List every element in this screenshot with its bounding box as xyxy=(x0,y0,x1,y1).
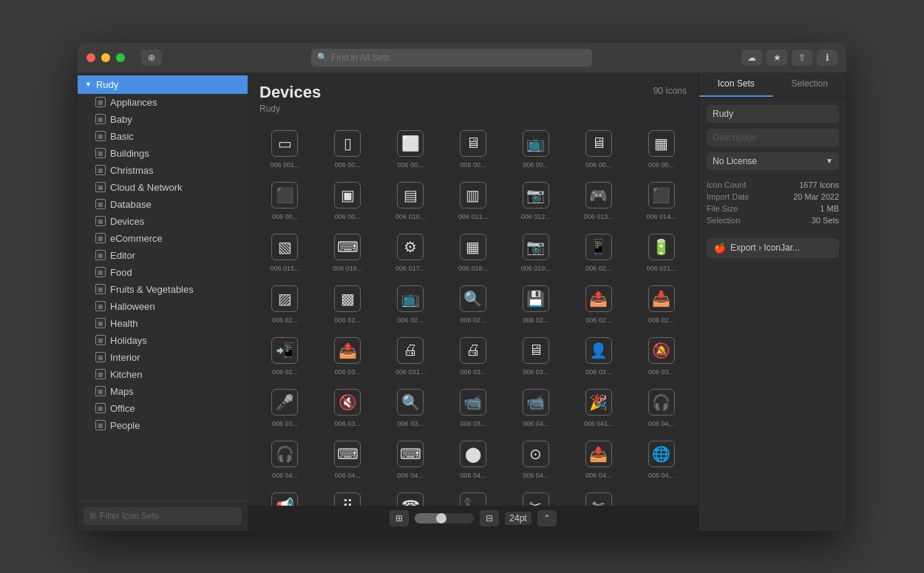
icon-cell[interactable]: 📷 006 012... xyxy=(506,176,565,225)
favorites-button[interactable]: ★ xyxy=(767,50,787,66)
icon-cell[interactable]: 📲 006 02... xyxy=(255,331,315,380)
grid-small-button[interactable]: ⊞ xyxy=(390,510,409,526)
filter-icon-sets[interactable]: ⊞ Filter Icon Sets xyxy=(84,507,242,525)
search-input[interactable] xyxy=(331,52,586,63)
icon-cell[interactable]: ▦ 006 018... xyxy=(444,228,503,277)
icon-cell[interactable]: 📤 006 02... xyxy=(568,279,628,328)
icon-cell[interactable]: ▩ 006 02... xyxy=(318,279,378,328)
sidebar-item-kitchen[interactable]: ▦Kitchen xyxy=(78,366,248,383)
icon-cell[interactable]: 🖥 006 00... xyxy=(568,124,628,173)
tab-selection[interactable]: Selection xyxy=(773,72,847,97)
sidebar-item-label: Devices xyxy=(110,216,144,227)
icon-cell[interactable]: 📞 006 04... xyxy=(444,486,503,506)
icon-cell[interactable]: ⌨ 006 04... xyxy=(381,435,441,484)
search-bar[interactable]: 🔍 xyxy=(311,49,592,67)
sidebar-root-rudy[interactable]: ▼ Rudy xyxy=(78,75,248,94)
grid-large-button[interactable]: ⊟ xyxy=(480,510,499,526)
icon-cell[interactable]: 🎧 006 04... xyxy=(631,383,691,432)
set-description-field[interactable]: Description xyxy=(707,129,839,146)
sidebar-item-devices[interactable]: ▦Devices xyxy=(78,213,248,230)
license-select[interactable]: No License ▼ xyxy=(707,152,839,170)
icon-cell[interactable]: ▤ 006 010... xyxy=(381,176,441,225)
icon-cell[interactable]: 📱 006 02... xyxy=(568,228,628,277)
icon-cell[interactable]: 📢 006 04... xyxy=(255,486,315,506)
icon-cell[interactable]: 🔇 006 03... xyxy=(318,383,378,432)
sidebar-item-office[interactable]: ▦Office xyxy=(78,400,248,417)
icon-cell[interactable]: 👤 006 03... xyxy=(568,331,628,380)
minimize-button[interactable] xyxy=(101,53,110,62)
export-title-button[interactable]: ⇧ xyxy=(792,50,812,66)
size-slider[interactable] xyxy=(415,513,474,523)
icon-cell[interactable]: 🌐 006 04... xyxy=(631,435,691,484)
icon-cell[interactable]: 💾 006 02... xyxy=(506,279,565,328)
icon-cell[interactable]: ☎ 006 04... xyxy=(381,486,441,506)
icon-cell[interactable]: 🎉 006 041... xyxy=(568,383,628,432)
sidebar-item-database[interactable]: ▦Database xyxy=(78,196,248,213)
icon-cell[interactable]: 📹 006 04... xyxy=(506,383,565,432)
icon-cell[interactable]: 🔕 006 03... xyxy=(631,331,691,380)
add-set-button[interactable]: ⊕ xyxy=(141,50,162,66)
icon-cell[interactable]: ▥ 006 011... xyxy=(444,176,503,225)
icon-cell[interactable]: 🎮 006 013... xyxy=(568,176,628,225)
sidebar-item-halloween[interactable]: ▦Halloween xyxy=(78,298,248,315)
icon-cell[interactable]: ⬤ 006 04... xyxy=(444,435,503,484)
icon-cell[interactable]: ▭ 006 001... xyxy=(255,124,315,173)
sidebar-item-christmas[interactable]: ▦Christmas xyxy=(78,162,248,179)
info-button[interactable]: ℹ xyxy=(817,50,838,66)
sidebar-item-health[interactable]: ▦Health xyxy=(78,315,248,332)
icon-cell[interactable]: ▣ 006 00... xyxy=(318,176,378,225)
set-name-field[interactable]: Rudy xyxy=(707,105,839,123)
icon-cell[interactable]: 📹 006 03... xyxy=(444,383,503,432)
sidebar-item-ecommerce[interactable]: ▦eCommerce xyxy=(78,230,248,247)
sidebar-item-appliances[interactable]: ▦Appliances xyxy=(78,94,248,111)
icon-cell[interactable]: ⊙ 006 04... xyxy=(506,435,565,484)
icon-cell[interactable]: ⚙ 006 017... xyxy=(381,228,441,277)
cloud-icon-button[interactable]: ☁ xyxy=(741,50,762,66)
icon-cell[interactable]: ⌨ 006 04... xyxy=(318,435,378,484)
icon-cell[interactable]: ✄ 006 04... xyxy=(568,486,628,506)
icon-cell[interactable]: 🎧 006 04... xyxy=(255,435,315,484)
icon-cell[interactable]: 🔍 006 02... xyxy=(444,279,503,328)
size-stepper[interactable]: ⌃ xyxy=(537,510,557,526)
maximize-button[interactable] xyxy=(116,53,125,62)
icon-cell[interactable]: 📷 006 019... xyxy=(506,228,565,277)
icon-cell[interactable]: ⌨ 006 016... xyxy=(318,228,378,277)
icon-cell[interactable]: ⠿ 006 04... xyxy=(318,486,378,506)
sidebar-item-fruits-vegetables[interactable]: ▦Fruits & Vegetables xyxy=(78,281,248,298)
sidebar-item-interior[interactable]: ▦Interior xyxy=(78,349,248,366)
icon-cell[interactable]: ▦ 006 00... xyxy=(631,124,691,173)
icon-cell[interactable]: 📤 006 03... xyxy=(318,331,378,380)
icon-cell[interactable]: 🖥 006 00... xyxy=(444,124,503,173)
icon-cell[interactable]: 📥 006 02... xyxy=(631,279,691,328)
icon-cell[interactable]: ⬛ 006 00... xyxy=(255,176,315,225)
icon-cell[interactable]: 📤 006 04... xyxy=(568,435,628,484)
export-button[interactable]: 🍎 Export › IconJar... xyxy=(707,238,839,258)
icon-cell[interactable]: ▯ 006 00... xyxy=(318,124,378,173)
close-button[interactable] xyxy=(86,53,95,62)
icon-label: 006 00... xyxy=(321,213,375,220)
sidebar-item-baby[interactable]: ▦Baby xyxy=(78,111,248,128)
icon-cell[interactable]: 🔋 006 021... xyxy=(631,228,691,277)
icon-cell[interactable]: 🎤 006 03... xyxy=(255,383,315,432)
sidebar-item-food[interactable]: ▦Food xyxy=(78,264,248,281)
icon-cell[interactable]: 🔍 006 03... xyxy=(381,383,441,432)
icon-cell[interactable]: ▨ 006 02... xyxy=(255,279,315,328)
icon-cell[interactable]: 📺 006 00... xyxy=(506,124,565,173)
icon-cell[interactable]: 🖥 006 03... xyxy=(506,331,565,380)
icon-cell[interactable]: 📺 006 02... xyxy=(381,279,441,328)
icon-cell[interactable]: 🖨 006 03... xyxy=(444,331,503,380)
icon-symbol: ⬜ xyxy=(397,130,424,157)
sidebar-item-editor[interactable]: ▦Editor xyxy=(78,247,248,264)
icon-cell[interactable]: ⬛ 006 014... xyxy=(631,176,691,225)
sidebar-item-maps[interactable]: ▦Maps xyxy=(78,383,248,400)
icon-cell[interactable]: 🖨 006 031... xyxy=(381,331,441,380)
sidebar-item-holidays[interactable]: ▦Holidays xyxy=(78,332,248,349)
sidebar-item-buildings[interactable]: ▦Buildings xyxy=(78,145,248,162)
sidebar-item-people[interactable]: ▦People xyxy=(78,417,248,434)
sidebar-item-basic[interactable]: ▦Basic xyxy=(78,128,248,145)
icon-cell[interactable]: ✂ 006 04... xyxy=(506,486,565,506)
icon-cell[interactable]: ▧ 006 015... xyxy=(255,228,315,277)
sidebar-item-cloud-network[interactable]: ▦Cloud & Network xyxy=(78,179,248,196)
icon-cell[interactable]: ⬜ 006 00... xyxy=(381,124,441,173)
tab-icon-sets[interactable]: Icon Sets xyxy=(699,72,773,97)
